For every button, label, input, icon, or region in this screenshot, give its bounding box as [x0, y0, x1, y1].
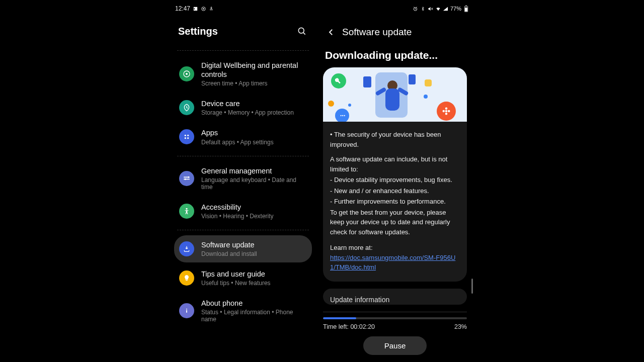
settings-item-apps[interactable]: AppsDefault apps • App settings: [174, 123, 312, 150]
svg-point-8: [186, 73, 188, 75]
settings-item-wellbeing[interactable]: Digital Wellbeing and parental controlsS…: [174, 56, 312, 92]
svg-point-13: [188, 176, 189, 177]
settings-title: Settings: [178, 26, 296, 37]
item-title: General management: [201, 166, 307, 175]
item-title: Apps: [201, 128, 307, 137]
percent-label: 23%: [454, 323, 467, 330]
include-line-2: - New and / or enhanced features.: [330, 186, 460, 196]
settings-item-accessibility[interactable]: AccessibilityVision • Hearing • Dexterit…: [174, 198, 312, 225]
divider: [177, 156, 309, 156]
item-subtitle: Useful tips • New features: [201, 280, 307, 287]
divider: [177, 230, 309, 230]
svg-point-15: [186, 208, 187, 209]
update-illustration: [323, 67, 467, 122]
detail-title: Software update: [342, 27, 412, 38]
svg-point-17: [186, 309, 187, 310]
item-subtitle: Screen time • App timers: [201, 80, 307, 87]
svg-rect-16: [186, 280, 188, 281]
svg-rect-18: [186, 310, 187, 313]
time-left-label: Time left: 00:02:20: [323, 323, 375, 330]
item-title: About phone: [201, 299, 307, 308]
item-subtitle: Vision • Hearing • Dexterity: [201, 213, 307, 220]
item-subtitle: Status • Legal information • Phone name: [201, 309, 307, 323]
downloading-heading: Downloading update...: [325, 49, 467, 61]
learn-more-label: Learn more at:: [330, 243, 460, 253]
item-title: Digital Wellbeing and parental controls: [201, 61, 307, 79]
svg-point-22: [445, 110, 448, 113]
settings-item-about[interactable]: About phoneStatus • Legal information • …: [174, 294, 312, 328]
update-information-title: Update information: [330, 296, 389, 304]
item-title: Device care: [201, 99, 307, 108]
settings-item-device-care[interactable]: Device careStorage • Memory • App protec…: [174, 94, 312, 121]
svg-point-10: [187, 135, 189, 136]
apps-icon: [179, 129, 194, 144]
about-icon: [179, 303, 194, 318]
search-button[interactable]: [296, 25, 308, 37]
tips-icon: [179, 270, 194, 286]
update-card: • The security of your device has been i…: [323, 67, 467, 282]
svg-point-11: [185, 137, 186, 139]
item-subtitle: Download and install: [201, 250, 307, 257]
settings-list-pane: Settings Digital Wellbeing and parental …: [170, 0, 316, 362]
progress-section: Time left: 00:02:20 23% Pause: [323, 312, 467, 355]
item-title: Tips and user guide: [201, 269, 307, 279]
svg-point-14: [185, 178, 186, 179]
scroll-indicator[interactable]: [471, 279, 473, 294]
pause-button[interactable]: Pause: [363, 336, 427, 355]
item-title: Accessibility: [201, 203, 307, 212]
svg-point-12: [187, 137, 189, 139]
progress-fill: [323, 317, 356, 319]
advice-text: To get the best from your device, please…: [330, 208, 460, 237]
item-title: Software update: [201, 240, 307, 249]
include-intro: A software update can include, but is no…: [330, 154, 460, 174]
include-line-3: - Further improvements to performance.: [330, 197, 460, 207]
item-subtitle: Default apps • App settings: [201, 139, 307, 146]
svg-point-9: [185, 135, 186, 136]
update-icon: [179, 241, 194, 256]
back-button[interactable]: [324, 25, 338, 39]
item-subtitle: Storage • Memory • App protection: [201, 109, 307, 116]
detail-pane: Software update Downloading update...: [316, 0, 474, 362]
svg-point-6: [298, 28, 304, 33]
general-icon: [179, 171, 194, 186]
update-information-card[interactable]: Update information: [323, 289, 467, 305]
divider: [177, 50, 309, 51]
svg-point-19: [341, 115, 342, 116]
item-subtitle: Language and keyboard • Date and time: [201, 176, 307, 191]
settings-item-general[interactable]: General managementLanguage and keyboard …: [174, 161, 312, 196]
settings-item-update[interactable]: Software updateDownload and install: [174, 235, 312, 262]
svg-point-20: [342, 115, 343, 116]
progress-bar: [323, 317, 467, 319]
include-line-1: - Device stability improvements, bug fix…: [330, 175, 460, 185]
security-bullet: • The security of your device has been i…: [330, 130, 460, 149]
wellbeing-icon: [179, 66, 194, 81]
accessibility-icon: [179, 204, 194, 219]
device-care-icon: [179, 100, 194, 115]
learn-more-link[interactable]: https://doc.samsungmobile.com/SM-F956U1/…: [330, 254, 455, 272]
svg-point-21: [344, 115, 345, 116]
settings-item-tips[interactable]: Tips and user guideUseful tips • New fea…: [174, 264, 312, 292]
